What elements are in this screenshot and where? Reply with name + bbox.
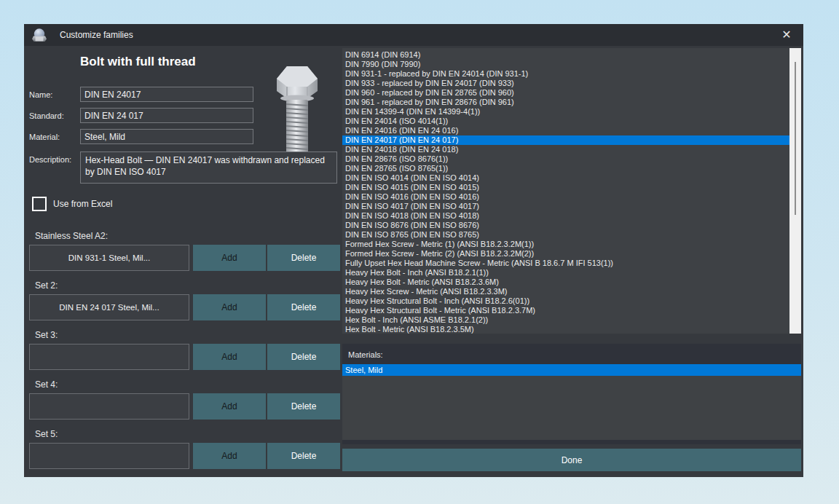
set-row: AddDelete <box>29 393 340 420</box>
standards-list-item[interactable]: Formed Hex Screw - Metric (1) (ANSI B18.… <box>342 240 789 249</box>
standards-list[interactable]: DIN 6914 (DIN 6914)DIN 7990 (DIN 7990)DI… <box>342 48 801 334</box>
close-button[interactable]: ✕ <box>776 25 797 44</box>
standards-list-item[interactable]: Heavy Hex Screw - Metric (ANSI B18.2.3.3… <box>342 287 789 296</box>
name-label: Name: <box>29 90 52 99</box>
standards-list-item[interactable]: DIN EN ISO 4018 (DIN EN ISO 4018) <box>342 211 789 221</box>
set-label: Set 3: <box>35 330 340 339</box>
delete-button[interactable]: Delete <box>267 443 340 469</box>
standards-list-item[interactable]: DIN 7990 (DIN 7990) <box>342 60 789 69</box>
window-title: Customize families <box>60 30 133 40</box>
set-label: Set 5: <box>35 429 340 438</box>
set-value-field[interactable]: DIN 931-1 Steel, Mil... <box>29 245 189 271</box>
standard-input[interactable] <box>80 108 253 123</box>
set-group: Set 2:DIN EN 24 017 Steel, Mil...AddDele… <box>29 280 340 320</box>
set-value-field[interactable] <box>29 393 189 420</box>
standards-list-item[interactable]: Heavy Hex Structural Bolt - Metric (ANSI… <box>342 306 789 315</box>
delete-button[interactable]: Delete <box>267 245 340 271</box>
materials-list-item[interactable]: Steel, Mild <box>342 364 801 376</box>
set-label: Stainless Steel A2: <box>35 231 340 240</box>
materials-panel: Materials: Steel, Mild <box>342 344 801 444</box>
standards-list-item[interactable]: DIN 960 - replaced by DIN EN 28765 (DIN … <box>342 88 789 98</box>
material-input[interactable] <box>80 129 253 144</box>
use-from-excel-label: Use from Excel <box>53 199 112 209</box>
scrollbar-thumb[interactable] <box>795 62 796 215</box>
standards-list-item[interactable]: DIN 961 - replaced by DIN EN 28676 (DIN … <box>342 98 789 107</box>
delete-button[interactable]: Delete <box>267 294 340 320</box>
standards-list-item[interactable]: Fully Upset Hex Head Machine Screw - Met… <box>342 259 789 268</box>
add-button[interactable]: Add <box>193 443 266 469</box>
set-row: AddDelete <box>29 344 340 370</box>
use-from-excel-checkbox[interactable] <box>32 197 47 211</box>
set-group: Set 4:AddDelete <box>29 379 340 420</box>
set-group: Set 5:AddDelete <box>29 429 340 469</box>
family-heading: Bolt with full thread <box>80 55 196 69</box>
name-input[interactable] <box>80 87 253 102</box>
set-value-field[interactable] <box>29 443 189 469</box>
standards-list-item[interactable]: DIN EN 24017 (DIN EN 24 017) <box>342 135 789 145</box>
set-label: Set 4: <box>35 379 340 389</box>
standards-list-item[interactable]: Heavy Hex Bolt - Metric (ANSI B18.2.3.6M… <box>342 277 789 287</box>
standards-list-item[interactable]: DIN EN ISO 4017 (DIN EN ISO 4017) <box>342 202 789 211</box>
standards-list-item[interactable]: Hex Bolt - Metric (ANSI B18.2.3.5M) <box>342 325 789 334</box>
dome-nut-bolt-icon <box>31 27 47 43</box>
set-row: AddDelete <box>29 443 340 469</box>
delete-button[interactable]: Delete <box>267 344 340 370</box>
sets-container: Stainless Steel A2:DIN 931-1 Steel, Mil.… <box>29 231 340 479</box>
materials-list[interactable]: Steel, Mild <box>342 364 801 440</box>
standards-list-item[interactable]: DIN EN 14399-4 (DIN EN 14399-4(1)) <box>342 107 789 117</box>
set-label: Set 2: <box>35 280 340 290</box>
add-button[interactable]: Add <box>193 294 266 320</box>
material-label: Material: <box>29 133 60 141</box>
standards-scrollbar[interactable] <box>789 48 801 334</box>
add-button[interactable]: Add <box>193 344 266 370</box>
delete-button[interactable]: Delete <box>267 393 340 420</box>
standards-list-item[interactable]: DIN 6914 (DIN 6914) <box>342 50 789 60</box>
set-row: DIN 931-1 Steel, Mil...AddDelete <box>29 245 340 271</box>
customize-families-dialog: Customize families ✕ Bolt with full thre… <box>24 24 803 477</box>
set-group: Set 3:AddDelete <box>29 330 340 370</box>
standards-list-item[interactable]: DIN 931-1 - replaced by DIN EN 24014 (DI… <box>342 69 789 79</box>
add-button[interactable]: Add <box>193 393 266 420</box>
standards-list-item[interactable]: Hex Bolt - Inch (ANSI ASME B18.2.1(2)) <box>342 315 789 325</box>
standards-list-item[interactable]: DIN EN 28765 (ISO 8765(1)) <box>342 164 789 173</box>
standards-list-item[interactable]: DIN EN 28676 (ISO 8676(1)) <box>342 154 789 164</box>
standards-list-item[interactable]: DIN 933 - replaced by DIN EN 24017 (DIN … <box>342 79 789 88</box>
materials-label: Materials: <box>348 350 383 359</box>
standards-list-item[interactable]: DIN EN 24014 (ISO 4014(1)) <box>342 117 789 126</box>
standards-list-item[interactable]: DIN EN ISO 4014 (DIN EN ISO 4014) <box>342 173 789 183</box>
standards-list-item[interactable]: DIN EN ISO 8676 (DIN EN ISO 8676) <box>342 221 789 230</box>
standard-label: Standard: <box>29 111 64 120</box>
standards-list-item[interactable]: Heavy Hex Bolt - Inch (ANSI B18.2.1(1)) <box>342 268 789 277</box>
titlebar: Customize families <box>24 24 803 46</box>
standards-list-item[interactable]: DIN EN ISO 4015 (DIN EN ISO 4015) <box>342 183 789 192</box>
set-group: Stainless Steel A2:DIN 931-1 Steel, Mil.… <box>29 231 340 271</box>
standards-list-item[interactable]: Heavy Hex Structural Bolt - Inch (ANSI B… <box>342 296 789 306</box>
description-label: Description: <box>29 155 71 164</box>
set-value-field[interactable] <box>29 344 189 370</box>
add-button[interactable]: Add <box>193 245 266 271</box>
done-button[interactable]: Done <box>342 449 801 471</box>
set-value-field[interactable]: DIN EN 24 017 Steel, Mil... <box>29 294 189 320</box>
set-row: DIN EN 24 017 Steel, Mil...AddDelete <box>29 294 340 320</box>
standards-list-item[interactable]: Formed Hex Screw - Metric (2) (ANSI B18.… <box>342 249 789 259</box>
use-from-excel-row: Use from Excel <box>32 197 112 211</box>
standards-list-item[interactable]: DIN EN 24018 (DIN EN 24 018) <box>342 145 789 154</box>
standards-list-item[interactable]: DIN EN ISO 4016 (DIN EN ISO 4016) <box>342 192 789 202</box>
description-input[interactable]: Hex-Head Bolt — DIN EN 24017 was withdra… <box>80 151 337 184</box>
standards-list-item[interactable]: DIN EN ISO 8765 (DIN EN ISO 8765) <box>342 230 789 240</box>
standards-list-item[interactable]: DIN EN 24016 (DIN EN 24 016) <box>342 126 789 135</box>
